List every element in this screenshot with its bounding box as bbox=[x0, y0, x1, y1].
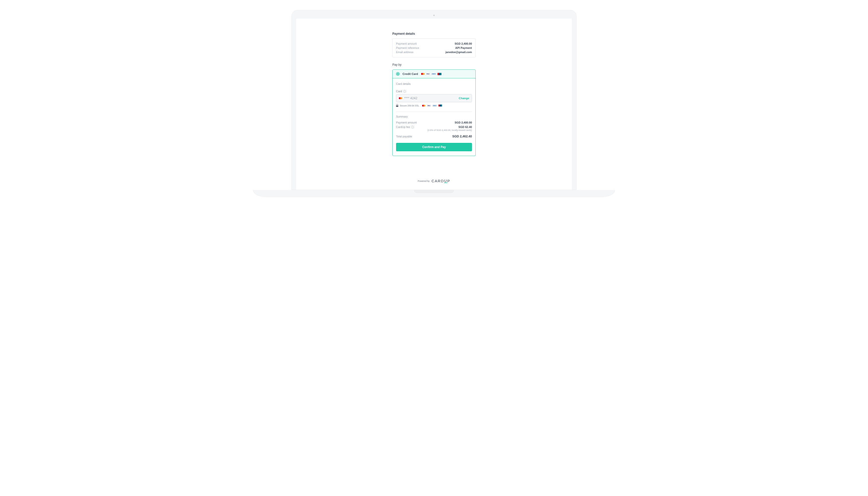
payment-reference-row: Payment reference API Payment bbox=[396, 46, 472, 50]
payment-details-heading: Payment details bbox=[392, 32, 476, 35]
pay-by-heading: Pay by bbox=[392, 63, 476, 66]
ssl-row: Secure 256-bit SSL VISA AMEX bbox=[396, 104, 472, 107]
summary-amount-value: SGD 2,400.00 bbox=[454, 121, 472, 125]
card-field-label-row: Card i bbox=[396, 90, 472, 93]
divider bbox=[396, 111, 472, 112]
summary-amount-label: Payment amount bbox=[396, 121, 417, 125]
payment-email-value: janedoe@gmail.com bbox=[445, 50, 472, 54]
card-number-field[interactable] bbox=[404, 96, 457, 100]
payment-amount-label: Payment amount bbox=[396, 42, 417, 46]
amex-icon: AMEX bbox=[433, 104, 437, 107]
payment-reference-label: Payment reference bbox=[396, 46, 419, 50]
amex-icon: AMEX bbox=[432, 73, 436, 75]
checkout-page: Payment details Payment amount SGD 2,400… bbox=[296, 19, 572, 183]
powered-by-text: Powered by bbox=[418, 180, 430, 182]
info-icon[interactable]: i bbox=[411, 126, 414, 128]
laptop-camera-icon bbox=[433, 15, 435, 16]
payment-details-card: Payment amount SGD 2,400.00 Payment refe… bbox=[392, 38, 476, 58]
lock-icon bbox=[396, 104, 398, 107]
payment-email-row: Email address janedoe@gmail.com bbox=[396, 50, 472, 54]
summary-total-row: Total payable SGD 2,462.40 bbox=[396, 134, 472, 139]
card-field-label: Card bbox=[396, 90, 402, 93]
pay-by-body: Card details Card i Change bbox=[392, 78, 476, 156]
summary-heading: Summary bbox=[396, 115, 472, 118]
laptop-screen: Payment details Payment amount SGD 2,400… bbox=[296, 19, 572, 190]
pay-by-option-label: Credit Card bbox=[403, 73, 418, 75]
cardup-logo: CARDUP bbox=[432, 179, 450, 183]
summary-total-label: Total payable bbox=[396, 135, 412, 139]
unionpay-icon bbox=[438, 104, 443, 107]
ssl-text: Secure 256-bit SSL bbox=[400, 104, 419, 107]
payment-email-label: Email address bbox=[396, 50, 414, 54]
summary-fee-note: (2.6% of SGD 2,400.00, locally-issued ca… bbox=[396, 129, 472, 131]
mastercard-icon bbox=[399, 97, 402, 99]
summary-fee-row: CardUp fee i SGD 62.40 bbox=[396, 125, 472, 129]
summary-section: Summary Payment amount SGD 2,400.00 Card… bbox=[396, 115, 472, 151]
radio-selected-icon bbox=[396, 72, 400, 76]
summary-amount-row: Payment amount SGD 2,400.00 bbox=[396, 121, 472, 125]
summary-fee-label: CardUp fee i bbox=[396, 125, 414, 129]
card-brand-icons-small: VISA AMEX bbox=[422, 104, 443, 107]
powered-by-footer: Powered by CARDUP bbox=[418, 179, 450, 183]
card-brand-icons: VISA AMEX bbox=[421, 73, 442, 75]
card-input[interactable]: Change bbox=[396, 94, 472, 102]
confirm-and-pay-button[interactable]: Confirm and Pay bbox=[396, 143, 472, 151]
payment-reference-value: API Payment bbox=[455, 46, 472, 50]
laptop-bezel: Payment details Payment amount SGD 2,400… bbox=[291, 10, 577, 190]
summary-total-value: SGD 2,462.40 bbox=[452, 134, 472, 139]
info-icon[interactable]: i bbox=[403, 90, 406, 93]
visa-icon: VISA bbox=[426, 73, 430, 75]
pay-by-card: Credit Card VISA AMEX Card details bbox=[392, 69, 476, 156]
payment-amount-row: Payment amount SGD 2,400.00 bbox=[396, 42, 472, 46]
visa-icon: VISA bbox=[427, 104, 431, 107]
mastercard-icon bbox=[421, 73, 424, 75]
unionpay-icon bbox=[437, 73, 442, 75]
laptop-trackpad-notch bbox=[414, 190, 454, 193]
summary-fee-value: SGD 62.40 bbox=[459, 125, 472, 129]
laptop-device-frame: Payment details Payment amount SGD 2,400… bbox=[291, 10, 577, 200]
mastercard-icon bbox=[422, 104, 425, 107]
checkout-panel: Payment details Payment amount SGD 2,400… bbox=[392, 32, 476, 156]
payment-amount-value: SGD 2,400.00 bbox=[454, 42, 472, 46]
pay-by-credit-card-option[interactable]: Credit Card VISA AMEX bbox=[392, 70, 476, 78]
card-details-heading: Card details bbox=[396, 82, 472, 85]
laptop-base bbox=[291, 190, 577, 200]
change-card-link[interactable]: Change bbox=[459, 97, 469, 100]
